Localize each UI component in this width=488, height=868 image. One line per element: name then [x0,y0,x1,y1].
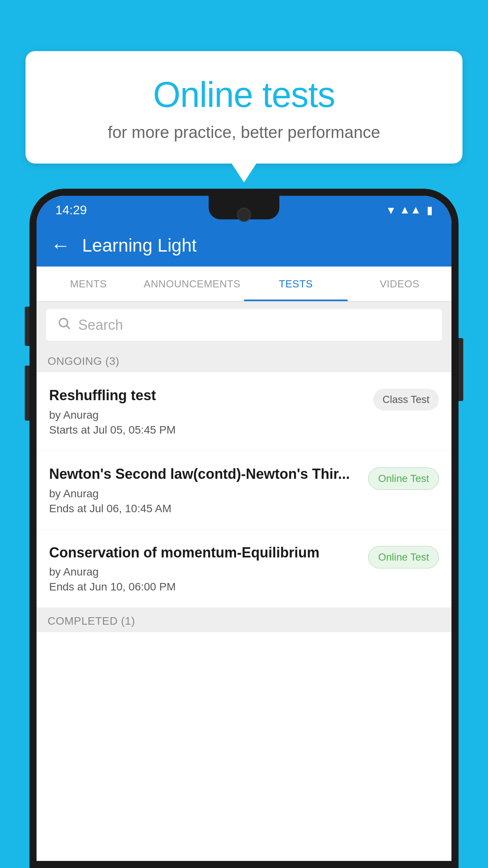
test-author-conservation: by Anurag [49,566,360,578]
back-button[interactable]: ← [51,234,70,257]
test-list: Reshuffling test by Anurag Starts at Jul… [37,372,451,861]
tab-announcements[interactable]: ANNOUNCEMENTS [140,267,244,301]
test-badge-reshuffling: Class Test [373,389,439,410]
phone-volume-down-button [25,366,29,421]
phone-notch [209,196,279,219]
battery-icon: ▮ [427,204,433,217]
search-icon [57,316,71,334]
speech-bubble-container: Online tests for more practice, better p… [26,51,462,164]
test-time-reshuffling: Starts at Jul 05, 05:45 PM [49,424,365,436]
speech-bubble-title: Online tests [53,75,435,115]
test-item-conservation[interactable]: Conservation of momentum-Equilibrium by … [37,530,451,608]
test-info-conservation: Conservation of momentum-Equilibrium by … [49,544,360,594]
phone-power-button [459,338,463,401]
tab-ments-label: MENTS [70,278,107,290]
phone-camera [237,208,251,222]
tab-announcements-label: ANNOUNCEMENTS [144,278,240,290]
completed-section-header: COMPLETED (1) [37,608,451,632]
tab-tests[interactable]: TESTS [244,267,348,301]
phone-volume-up-button [25,307,29,346]
app-bar: ← Learning Light [37,224,451,267]
ongoing-section-header: ONGOING (3) [37,348,451,372]
signal-icon: ▲▲ [400,204,421,216]
test-title-reshuffling: Reshuffling test [49,386,365,405]
test-info-newtons: Newton's Second law(contd)-Newton's Thir… [49,465,360,515]
test-author-reshuffling: by Anurag [49,409,365,421]
speech-bubble-subtitle: for more practice, better performance [53,123,435,142]
test-info-reshuffling: Reshuffling test by Anurag Starts at Jul… [49,386,365,436]
tab-videos[interactable]: VIDEOS [348,267,451,301]
wifi-icon: ▾ [388,202,394,217]
phone-screen: 14:29 ▾ ▲▲ ▮ ← Learning Light MENTS ANNO… [37,196,451,861]
test-item-reshuffling[interactable]: Reshuffling test by Anurag Starts at Jul… [37,372,451,451]
search-input-wrapper[interactable]: Search [46,309,442,341]
search-container: Search [37,302,451,348]
tab-ments[interactable]: MENTS [37,267,140,301]
test-badge-conservation: Online Test [368,546,439,568]
test-time-conservation: Ends at Jun 10, 06:00 PM [49,581,360,593]
tab-videos-label: VIDEOS [380,278,419,290]
svg-line-1 [67,326,70,329]
test-time-newtons: Ends at Jul 06, 10:45 AM [49,502,360,515]
test-author-newtons: by Anurag [49,487,360,500]
app-bar-title: Learning Light [82,235,197,256]
status-time: 14:29 [55,203,87,217]
test-badge-newtons: Online Test [368,467,439,490]
test-title-conservation: Conservation of momentum-Equilibrium [49,544,360,562]
status-icons: ▾ ▲▲ ▮ [388,202,433,217]
test-item-newtons[interactable]: Newton's Second law(contd)-Newton's Thir… [37,451,451,530]
search-placeholder: Search [78,317,123,333]
phone-frame: 14:29 ▾ ▲▲ ▮ ← Learning Light MENTS ANNO… [29,189,459,868]
tab-bar: MENTS ANNOUNCEMENTS TESTS VIDEOS [37,267,451,302]
speech-bubble: Online tests for more practice, better p… [26,51,462,164]
phone-container: 14:29 ▾ ▲▲ ▮ ← Learning Light MENTS ANNO… [29,189,459,868]
tab-tests-label: TESTS [279,278,313,290]
test-title-newtons: Newton's Second law(contd)-Newton's Thir… [49,465,360,484]
